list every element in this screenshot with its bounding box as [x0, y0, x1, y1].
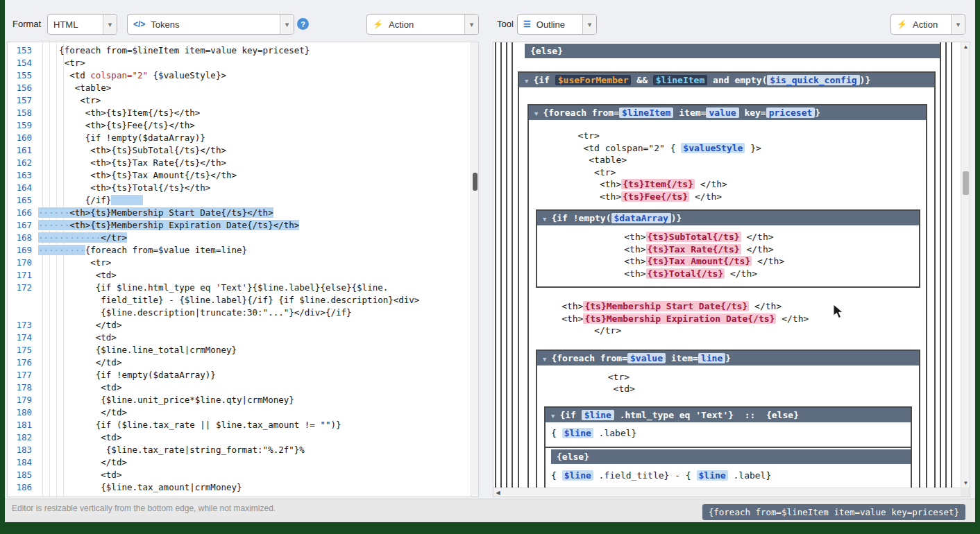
code-line[interactable]: 170 <tr> [8, 257, 471, 269]
code-editor[interactable]: 153 {foreach from=$lineItem item=value k… [7, 42, 479, 497]
outline-code-line[interactable]: <table> [534, 154, 920, 166]
breadcrumb-tooltip: {foreach from=$lineItem item=value key=p… [702, 504, 965, 520]
collapse-caret-icon[interactable]: ▼ [525, 78, 528, 85]
line-number: 163 [8, 169, 38, 182]
line-number: 160 [8, 132, 38, 144]
action-select-right[interactable]: ⚡ Action ▾ [890, 14, 965, 35]
code-line[interactable]: 179 {$line.unit_price*$line.qty|crmMoney… [8, 394, 471, 406]
code-line[interactable]: 166······<th>{ts}Membership Start Date{/… [8, 207, 471, 219]
editor-lines: 153 {foreach from=$lineItem item=value k… [8, 44, 471, 494]
outline-code-line[interactable]: <tr> [534, 130, 920, 142]
collapse-caret-icon[interactable]: ▼ [543, 216, 546, 223]
outline-header-foreach-line[interactable]: ▼{foreach from=$value item=line} [537, 351, 919, 365]
code-line[interactable]: 173 </td> [8, 319, 471, 331]
code-line[interactable]: 153 {foreach from=$lineItem item=value k… [8, 44, 471, 57]
code-line[interactable]: 171 <td> [8, 269, 471, 282]
editor-vertical-scrollbar[interactable] [471, 42, 478, 497]
code-line[interactable]: 184 </td> [8, 456, 471, 469]
code-line[interactable]: 165 {/if} [8, 194, 471, 207]
scrollbar-thumb[interactable] [963, 171, 969, 195]
scroll-down-arrow-icon[interactable]: ▼ [961, 479, 970, 488]
code-line[interactable]: 169·········{foreach from=$value item=li… [8, 244, 471, 257]
scrollbar-corner [961, 488, 970, 497]
format-select[interactable]: HTML ▾ [47, 14, 117, 35]
outline-code-line[interactable]: <th>{ts}SubTotal{/ts} </th> [537, 231, 919, 243]
code-line[interactable]: 181 {if ($line.tax_rate || $line.tax_amo… [8, 419, 471, 431]
outline-code-line[interactable]: <th>{ts}Membership Start Date{/ts} </th> [534, 300, 920, 313]
toolbar: Format HTML ▾ </> Tokens ▾ ? ⚡ Action ▾ … [5, 12, 975, 37]
line-number: 166 [8, 207, 38, 219]
help-icon[interactable]: ? [297, 18, 309, 30]
code-line[interactable]: 183 {$line.tax_rate|string_format:"%.2f"… [8, 444, 471, 456]
status-message: Editor is resizable vertically from the … [12, 503, 276, 513]
code-line[interactable]: 157 <tr> [8, 94, 471, 107]
outline-code-line[interactable]: <td colspan="2" { $valueStyle }> [534, 142, 920, 155]
outline-code-line[interactable]: </tr> [534, 325, 920, 337]
scrollbar-thumb[interactable] [473, 173, 478, 191]
code-line[interactable]: 175 {$line.line_total|crmMoney} [8, 344, 471, 356]
chevron-down-icon[interactable]: ▾ [582, 15, 596, 34]
code-line[interactable]: 162 <th>{ts}Tax Rate{/ts}</th> [8, 157, 471, 169]
outline-header-if-dataarray[interactable]: ▼{if !empty($dataArray)} [537, 211, 919, 225]
chevron-down-icon[interactable]: ▾ [280, 15, 294, 34]
code-line[interactable]: 167······<th>{ts}Membership Expiration D… [8, 219, 471, 232]
tool-select[interactable]: ☰ Outline ▾ [517, 14, 597, 35]
chevron-down-icon[interactable]: ▾ [464, 15, 478, 34]
code-line[interactable]: 154 <tr> [8, 57, 471, 69]
outline-code-line[interactable]: <th>{ts}Total{/ts} </th> [537, 268, 919, 280]
code-line[interactable]: 172 {if $line.html_type eq 'Text'}{$line… [8, 282, 471, 319]
collapse-caret-icon[interactable]: ▼ [534, 110, 538, 117]
chevron-down-icon[interactable]: ▾ [951, 15, 965, 34]
code-line[interactable]: 163 <th>{ts}Tax Amount{/ts}</th> [8, 169, 471, 182]
code-line[interactable]: 160 {if !empty($dataArray)} [8, 132, 471, 144]
outline-code-line[interactable]: <tr> [534, 166, 920, 179]
outline-box-foreach-line: ▼{foreach from=$value item=line} <tr> <t… [536, 350, 920, 488]
scroll-up-arrow-icon[interactable]: ▲ [961, 42, 970, 51]
outline-code-line[interactable]: <th>{ts}Fee{/ts} </th> [534, 191, 920, 203]
outline-code-block: <th>{ts}Membership Start Date{/ts} </th>… [534, 300, 920, 337]
line-number: 153 [8, 44, 38, 57]
outline-header-if-member[interactable]: ▼{if $useForMember && $lineItem and empt… [519, 73, 934, 87]
line-number: 173 [8, 319, 38, 331]
code-line[interactable]: 155 <td colspan="2" {$valueStyle}> [8, 69, 471, 82]
code-line[interactable]: 159 <th>{ts}Fee{/ts}</th> [8, 119, 471, 132]
collapse-caret-icon[interactable]: ▼ [543, 356, 546, 363]
code-line[interactable]: 182 <td> [8, 431, 471, 444]
code-line[interactable]: 178 <td> [8, 381, 471, 394]
code-line[interactable]: 180 </td> [8, 406, 471, 419]
outline-header-else-top[interactable]: {else} [525, 44, 940, 58]
scroll-left-arrow-icon[interactable]: ◀ [493, 488, 502, 497]
outline-header-if-htmltype[interactable]: ▼{if $line .html_type eq 'Text'} :: {els… [546, 408, 911, 422]
code-line[interactable]: 186 {$line.tax_amount|crmMoney} [8, 481, 471, 494]
outline-code-line[interactable]: <th>{ts}Membership Expiration Date{/ts} … [534, 313, 920, 325]
action-select-value: Action [907, 19, 951, 30]
format-label: Format [12, 19, 41, 29]
collapse-caret-icon[interactable]: ▼ [551, 413, 555, 420]
code-line[interactable]: 161 <th>{ts}SubTotal{/ts}</th> [8, 144, 471, 157]
outline-horizontal-scrollbar[interactable]: ◀ [493, 488, 961, 497]
action-select-left[interactable]: ⚡ Action ▾ [366, 14, 479, 35]
outline-code-line[interactable]: { $line .field_title} - { $line .label} [546, 464, 911, 488]
chevron-down-icon[interactable]: ▾ [103, 15, 117, 34]
outline-code-block: <tr> <td> [537, 371, 919, 395]
code-line[interactable]: 164 <th>{ts}Total{/ts}</th> [8, 182, 471, 194]
code-line[interactable]: 177 {if !empty($dataArray)} [8, 369, 471, 381]
code-line[interactable]: 168············</tr> [8, 232, 471, 244]
outline-code-line[interactable]: <th>{ts}Tax Amount{/ts} </th> [537, 255, 919, 268]
code-line[interactable]: 174 <td> [8, 331, 471, 344]
outline-code-line[interactable]: <th>{ts}Tax Rate{/ts} </th> [537, 243, 919, 256]
outline-code-line[interactable]: <td> [537, 383, 919, 395]
outline-header-foreach-priceset[interactable]: ▼{foreach from=$lineItem item=value key=… [529, 105, 926, 120]
outline-code-line[interactable]: { $line .label} [546, 422, 911, 448]
line-number: 175 [8, 344, 38, 356]
tokens-select[interactable]: </> Tokens ▾ [127, 14, 294, 35]
line-number: 171 [8, 269, 38, 282]
code-line[interactable]: 176 </td> [8, 356, 471, 369]
outline-vertical-scrollbar[interactable]: ▲ ▼ [961, 42, 970, 488]
code-line[interactable]: 185 <td> [8, 469, 471, 481]
code-line[interactable]: 156 <table> [8, 82, 471, 94]
outline-header-else-inner[interactable]: {else} [551, 449, 911, 464]
outline-code-line[interactable]: <tr> [537, 371, 919, 384]
outline-code-line[interactable]: <th>{ts}Item{/ts} </th> [534, 178, 920, 191]
code-line[interactable]: 158 <th>{ts}Item{/ts}</th> [8, 107, 471, 119]
